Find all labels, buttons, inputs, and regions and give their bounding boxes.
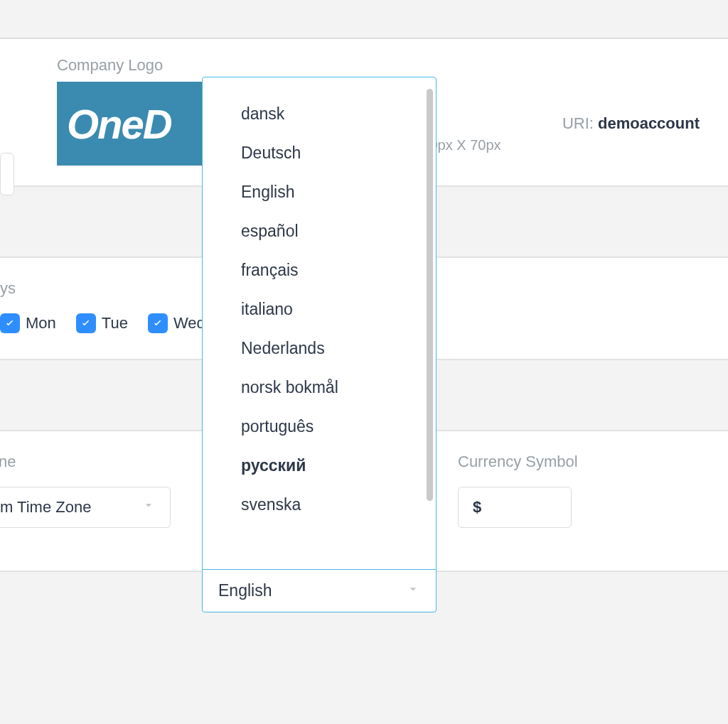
day-mon[interactable]: Mon [0, 313, 56, 333]
dropdown-option[interactable]: français [203, 251, 436, 290]
logo-text: OneD [67, 100, 171, 148]
dropdown-option[interactable]: norsk bokmål [203, 368, 436, 407]
uri-block: URI: demoaccount [562, 82, 728, 133]
timezone-label: ne [0, 453, 171, 471]
dropdown-option[interactable]: русский [203, 446, 436, 485]
dropdown-selected-value: English [218, 581, 272, 600]
dropdown-option[interactable]: italiano [203, 290, 436, 329]
currency-label: Currency Symbol [458, 453, 572, 471]
uri-label: URI: [562, 114, 594, 133]
language-dropdown: danskDeutschEnglishespañolfrançaisitalia… [202, 77, 437, 612]
currency-field: Currency Symbol $ [458, 453, 572, 528]
timezone-value: m Time Zone [0, 498, 91, 517]
checkbox-checked-icon[interactable] [0, 313, 20, 333]
company-logo: OneD [57, 82, 206, 166]
day-label: Tue [102, 314, 128, 333]
dropdown-option[interactable]: Nederlands [203, 329, 436, 368]
top-bar [0, 0, 728, 38]
currency-value: $ [473, 498, 481, 517]
dropdown-option[interactable]: Deutsch [203, 134, 436, 173]
dropdown-option[interactable]: português [203, 407, 436, 446]
dropdown-option[interactable]: English [203, 173, 436, 212]
chevron-down-icon [141, 498, 156, 517]
scrollbar-thumb[interactable] [427, 89, 433, 501]
timezone-field: ne m Time Zone [0, 453, 171, 528]
dropdown-list[interactable]: danskDeutschEnglishespañolfrançaisitalia… [203, 77, 436, 569]
chevron-down-icon [406, 581, 420, 600]
dropdown-option[interactable]: español [203, 212, 436, 251]
day-wed[interactable]: Wed [148, 313, 205, 333]
checkbox-checked-icon[interactable] [148, 313, 168, 333]
company-logo-label: Company Logo [57, 56, 728, 75]
input-stub[interactable] [0, 153, 14, 195]
uri-value: demoaccount [598, 114, 700, 133]
dropdown-option[interactable]: svenska [203, 485, 436, 524]
timezone-select[interactable]: m Time Zone [0, 487, 171, 528]
dropdown-selected-row[interactable]: English [203, 569, 436, 612]
checkbox-checked-icon[interactable] [76, 313, 96, 333]
dropdown-option[interactable]: dansk [203, 94, 436, 134]
day-tue[interactable]: Tue [76, 313, 128, 333]
currency-input[interactable]: $ [458, 487, 572, 528]
day-label: Mon [26, 314, 56, 333]
day-label: Wed [173, 314, 205, 333]
